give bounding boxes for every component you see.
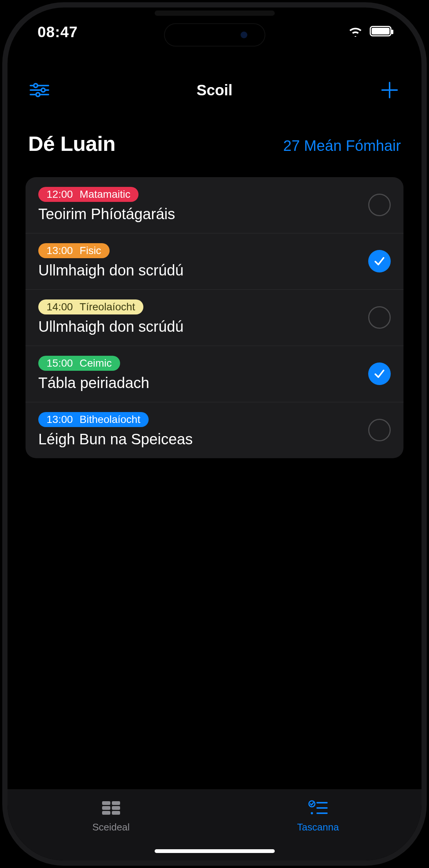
grid-icon <box>101 800 122 818</box>
task-row[interactable]: 13:00 Bitheolaíocht Léigh Bun na Speicea… <box>26 402 403 458</box>
home-indicator[interactable] <box>155 849 275 853</box>
task-time: 13:00 <box>47 245 73 257</box>
wifi-icon <box>348 26 363 38</box>
task-title: Ullmhaigh don scrúdú <box>38 318 357 335</box>
task-checkbox[interactable] <box>368 363 391 385</box>
task-title: Tábla peiriadach <box>38 375 357 391</box>
task-pill: 12:00 Matamaitic <box>38 187 138 202</box>
nav-bar: Scoil <box>8 75 421 105</box>
task-checkbox[interactable] <box>368 194 391 216</box>
tab-label: Sceideal <box>92 821 130 833</box>
task-subject: Fisic <box>80 245 101 257</box>
svg-point-3 <box>34 84 38 87</box>
svg-rect-10 <box>102 811 110 815</box>
task-checkbox[interactable] <box>368 419 391 441</box>
task-title: Léigh Bun na Speiceas <box>38 431 357 448</box>
task-subject: Ceimic <box>80 357 112 369</box>
day-name: Dé Luain <box>28 131 115 156</box>
tab-label: Tascanna <box>297 821 339 833</box>
status-time: 08:47 <box>38 24 78 41</box>
battery-icon <box>370 26 391 38</box>
phone-frame: 08:47 <box>8 8 421 860</box>
svg-rect-9 <box>112 806 120 810</box>
svg-point-4 <box>41 88 45 92</box>
task-pill: 13:00 Bitheolaíocht <box>38 412 149 427</box>
status-bar: 08:47 <box>8 8 421 56</box>
svg-rect-6 <box>102 801 110 805</box>
task-pill: 14:00 Tíreolaíocht <box>38 299 143 314</box>
svg-rect-8 <box>102 806 110 810</box>
page-title: Scoil <box>51 82 378 99</box>
task-row[interactable]: 13:00 Fisic Ullmhaigh don scrúdú <box>26 233 403 290</box>
add-button[interactable] <box>378 79 401 101</box>
svg-rect-11 <box>112 811 120 815</box>
task-time: 12:00 <box>47 188 73 200</box>
checklist-icon <box>307 800 328 818</box>
tab-schedule[interactable]: Sceideal <box>8 789 215 844</box>
task-row[interactable]: 15:00 Ceimic Tábla peiriadach <box>26 346 403 402</box>
task-title: Teoirim Phíotágaráis <box>38 206 357 223</box>
task-time: 14:00 <box>47 301 73 313</box>
task-pill: 13:00 Fisic <box>38 243 110 258</box>
task-checkbox[interactable] <box>368 250 391 272</box>
task-list: 12:00 Matamaitic Teoirim Phíotágaráis 13… <box>26 177 403 458</box>
task-row[interactable]: 12:00 Matamaitic Teoirim Phíotágaráis <box>26 177 403 233</box>
task-time: 15:00 <box>47 357 73 369</box>
task-row[interactable]: 14:00 Tíreolaíocht Ullmhaigh don scrúdú <box>26 290 403 346</box>
task-title: Ullmhaigh don scrúdú <box>38 262 357 279</box>
svg-point-16 <box>311 812 313 814</box>
task-pill: 15:00 Ceimic <box>38 356 120 371</box>
task-checkbox[interactable] <box>368 306 391 329</box>
svg-rect-7 <box>112 801 120 805</box>
task-subject: Tíreolaíocht <box>80 301 135 313</box>
svg-point-5 <box>36 93 40 96</box>
day-header: Dé Luain 27 Meán Fómhair <box>8 131 421 156</box>
task-subject: Bitheolaíocht <box>80 414 140 426</box>
filter-button[interactable] <box>28 79 51 101</box>
tab-tasks[interactable]: Tascanna <box>215 789 422 844</box>
task-time: 13:00 <box>47 414 73 426</box>
task-subject: Matamaitic <box>80 188 130 200</box>
day-date[interactable]: 27 Meán Fómhair <box>283 137 401 154</box>
